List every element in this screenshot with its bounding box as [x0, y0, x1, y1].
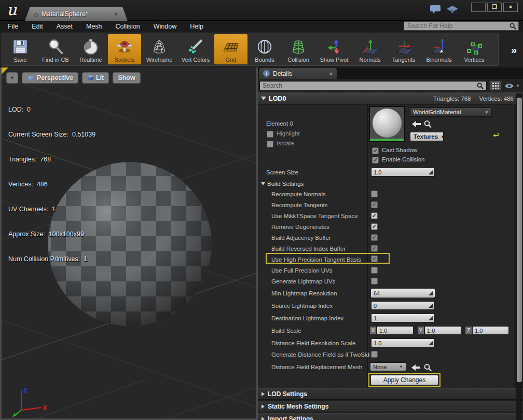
dest-lightmap-input[interactable]: 1: [371, 314, 435, 322]
lod0-header[interactable]: LOD0 Triangles: 768 Vertices: 486: [258, 92, 523, 105]
chevron-down-icon: ▼: [441, 134, 445, 139]
asset-icon: ⌂: [34, 10, 38, 19]
apply-changes-highlight: Apply Changes: [368, 373, 441, 387]
static-mesh-settings-section[interactable]: Static Mesh Settings: [258, 401, 523, 412]
enable-collision-checkbox[interactable]: ✓: [372, 157, 379, 164]
maximize-button[interactable]: ❐: [487, 3, 502, 12]
tangents-button[interactable]: Tangents: [387, 34, 420, 64]
menu-collision[interactable]: Collision: [116, 23, 140, 30]
wireframe-button[interactable]: Wireframe: [142, 34, 177, 64]
build-adjacency-checkbox[interactable]: ✓: [371, 234, 378, 241]
source-lightmap-label: Source Lightmap Index: [271, 303, 333, 309]
show-button[interactable]: Show: [113, 72, 140, 84]
toolbar-panel: Save Find in CB Realtime: [2, 33, 499, 66]
build-scale-z-input[interactable]: 1.0: [472, 326, 509, 335]
perspective-icon: [27, 75, 35, 80]
normals-button[interactable]: Normals: [353, 34, 387, 64]
remove-degenerates-checkbox[interactable]: ✓: [371, 223, 378, 230]
find-in-cb-button[interactable]: Find in CB: [37, 34, 74, 64]
build-scale-x-input[interactable]: 1.0: [377, 326, 414, 335]
cast-shadow-checkbox[interactable]: ✓: [372, 147, 379, 154]
details-tab[interactable]: i Details ×: [259, 68, 337, 79]
high-precision-checkbox[interactable]: ✓: [371, 255, 378, 262]
generate-lightmap-uvs-checkbox[interactable]: [371, 278, 378, 284]
perspective-button[interactable]: Perspective: [22, 72, 78, 84]
details-search-placeholder: Search: [263, 82, 477, 89]
min-lightmap-res-input[interactable]: 64: [371, 289, 435, 297]
menu-asset[interactable]: Asset: [57, 23, 73, 30]
details-scrollbar[interactable]: [516, 93, 522, 420]
use-selected-arrow-icon[interactable]: [412, 120, 421, 128]
sockets-button[interactable]: Sockets: [108, 34, 141, 64]
isolate-checkbox[interactable]: [267, 141, 273, 147]
multi-value-icon: [429, 316, 433, 320]
vertices-icon: [465, 38, 483, 56]
recompute-tangents-label: Recompute Tangents: [271, 202, 327, 208]
tab-close-icon[interactable]: ×: [114, 10, 118, 18]
menu-mesh[interactable]: Mesh: [86, 23, 102, 30]
collision-icon: [290, 38, 307, 56]
material-status-bar: [370, 139, 404, 141]
build-settings-header[interactable]: Build Settings: [261, 181, 304, 187]
details-search-input[interactable]: Search: [259, 81, 487, 90]
material-dropdown[interactable]: WorldGridMaterial ▼: [410, 107, 492, 117]
show-pivot-button[interactable]: Show Pivot: [315, 34, 353, 64]
source-lightmap-input[interactable]: 0: [371, 301, 435, 310]
close-button[interactable]: ×: [503, 3, 518, 12]
material-thumbnail[interactable]: [369, 106, 405, 142]
y-axis-tag: Y: [417, 326, 424, 335]
lod0-triangles: Triangles: 768: [433, 96, 471, 102]
lod0-title: LOD0: [269, 95, 425, 102]
textures-dropdown[interactable]: Textures ▼: [410, 132, 444, 141]
asset-tab[interactable]: ⌂ MaterialSphere* ×: [25, 7, 128, 21]
screen-size-input[interactable]: 1.0: [371, 168, 435, 177]
chevron-down-icon: ▼: [485, 110, 489, 115]
recompute-tangents-checkbox[interactable]: ✓: [371, 201, 378, 208]
recompute-normals-checkbox[interactable]: [371, 191, 378, 197]
bounds-button[interactable]: Bounds: [248, 34, 281, 64]
browse-icon[interactable]: [424, 120, 432, 128]
import-settings-section[interactable]: Import Settings: [258, 413, 523, 420]
details-tab-close-icon[interactable]: ×: [329, 71, 333, 77]
menu-edit[interactable]: Edit: [32, 23, 43, 30]
tangents-icon: [395, 38, 412, 56]
build-scale-y-input[interactable]: 1.0: [424, 326, 461, 335]
feedback-icon[interactable]: [430, 4, 442, 15]
grid-button[interactable]: Grid: [214, 34, 247, 64]
df-twosided-checkbox[interactable]: [371, 351, 378, 358]
menu-help[interactable]: Help: [190, 23, 203, 30]
tutorial-icon[interactable]: [446, 4, 459, 15]
view-options-button[interactable]: ▼: [504, 83, 520, 89]
vert-colors-button[interactable]: Vert Colors: [177, 34, 214, 64]
df-replacement-dropdown[interactable]: None ▼: [370, 362, 406, 371]
reset-to-default-icon[interactable]: [493, 132, 499, 138]
vertices-button[interactable]: Vertices: [458, 34, 491, 64]
apply-changes-button[interactable]: Apply Changes: [370, 375, 438, 385]
toolbar-overflow-icon[interactable]: »: [511, 44, 517, 56]
lod-settings-section[interactable]: LOD Settings: [258, 388, 523, 400]
lit-button[interactable]: Lit: [82, 72, 109, 84]
mikktspace-checkbox[interactable]: ✓: [371, 212, 378, 219]
svg-text:X: X: [43, 404, 47, 412]
binormals-button[interactable]: Binormals: [421, 34, 457, 64]
browse-icon[interactable]: [424, 363, 432, 372]
minimize-button[interactable]: ─: [471, 3, 486, 12]
viewport-options-dropdown[interactable]: ▼: [6, 72, 18, 84]
use-selected-arrow-icon[interactable]: [411, 363, 421, 372]
stat-triangles: Triangles: 768: [8, 155, 95, 164]
highlight-checkbox[interactable]: [267, 131, 273, 138]
save-button[interactable]: Save: [4, 34, 37, 64]
menu-window[interactable]: Window: [154, 23, 176, 30]
help-search-input[interactable]: Search For Help: [404, 21, 519, 31]
property-matrix-button[interactable]: [489, 80, 502, 91]
build-reversed-checkbox[interactable]: ✓: [371, 245, 378, 252]
collision-button[interactable]: Collision: [282, 34, 315, 64]
realtime-button[interactable]: Realtime: [74, 34, 107, 64]
menu-file[interactable]: File: [8, 23, 18, 30]
viewport[interactable]: ▼ Perspective Lit Show LOD: 0 Current Sc…: [0, 67, 258, 420]
full-precision-uvs-checkbox[interactable]: [371, 267, 378, 274]
collapsed-triangle-icon: [262, 417, 265, 420]
df-resolution-input[interactable]: 1.0: [371, 338, 435, 347]
scrollbar-thumb[interactable]: [517, 98, 522, 382]
df-resolution-label: Distance Field Resolution Scale: [271, 340, 355, 346]
